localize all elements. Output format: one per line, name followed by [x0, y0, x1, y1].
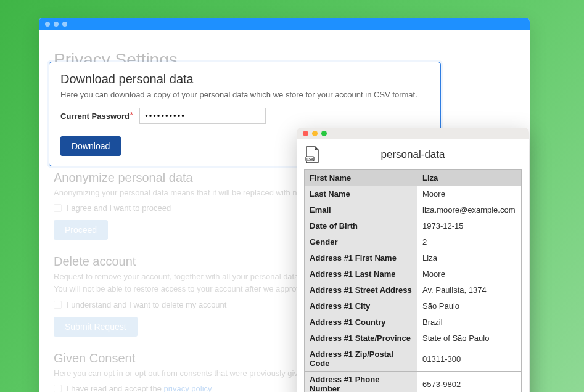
anonymize-check-label: I agree and I want to proceed [67, 203, 171, 213]
zoom-icon[interactable] [321, 131, 327, 136]
table-row: Address #1 State/ProvinceState of São Pa… [305, 330, 522, 346]
table-row: Gender2 [305, 234, 522, 250]
table-row: Address #1 Last NameMoore [305, 266, 522, 282]
csv-header: CSV personal-data [297, 139, 529, 169]
download-desc: Here you can download a copy of your per… [60, 90, 429, 99]
row-val: Av. Paulista, 1374 [417, 282, 522, 298]
row-key: Gender [305, 234, 417, 250]
consent-check1-pre: I have read and accept the [67, 384, 164, 392]
privacy-policy-link[interactable]: privacy policy [164, 384, 212, 392]
csv-filename: personal-data [381, 149, 445, 161]
table-row: Last NameMoore [305, 186, 522, 202]
consent-check1-text: I have read and accept the privacy polic… [67, 384, 212, 392]
anonymize-checkbox[interactable] [54, 204, 62, 212]
csv-table: First Name Liza Last NameMooreEmailliza.… [304, 169, 522, 392]
row-val: Moore [417, 266, 522, 282]
delete-checkbox[interactable] [54, 301, 62, 309]
row-key: Address #1 First Name [305, 250, 417, 266]
row-key: Address #1 Country [305, 314, 417, 330]
table-row: Address #1 First NameLiza [305, 250, 522, 266]
row-key: Address #1 City [305, 298, 417, 314]
window-control-dot[interactable] [45, 22, 50, 27]
close-icon[interactable] [303, 131, 308, 136]
delete-check-label: I understand and I want to delete my acc… [67, 300, 226, 309]
row-val: 1973-12-15 [417, 218, 522, 234]
row-key: Email [305, 202, 417, 218]
table-row: Address #1 CitySão Paulo [305, 298, 522, 314]
csv-titlebar [297, 128, 529, 139]
password-label-wrap: Current Password* [60, 110, 133, 121]
row-val: 2 [417, 234, 522, 250]
row-val: 6573-9802 [417, 372, 522, 393]
svg-text:CSV: CSV [306, 157, 313, 161]
row-key: Address #1 Street Address [305, 282, 417, 298]
row-val: State of São Paulo [417, 330, 522, 346]
proceed-button[interactable]: Proceed [54, 220, 108, 240]
row-key: Address #1 Phone Number [305, 372, 417, 393]
csv-window: CSV personal-data First Name Liza Last N… [297, 128, 529, 392]
header-key: First Name [305, 170, 417, 186]
minimize-icon[interactable] [312, 131, 318, 136]
csv-file-icon: CSV [305, 146, 320, 166]
row-key: Address #1 Last Name [305, 266, 417, 282]
header-val: Liza [417, 170, 522, 186]
table-row: Address #1 Street AddressAv. Paulista, 1… [305, 282, 522, 298]
submit-request-button[interactable]: Submit Request [54, 317, 138, 337]
table-row: Address #1 Phone Number6573-9802 [305, 372, 522, 393]
table-row: Address #1 CountryBrazil [305, 314, 522, 330]
row-key: Address #1 State/Province [305, 330, 417, 346]
window-titlebar [39, 18, 530, 30]
row-val: Liza [417, 250, 522, 266]
table-row: Date of Birth1973-12-15 [305, 218, 522, 234]
table-header-row: First Name Liza [305, 170, 522, 186]
row-val: 01311-300 [417, 346, 522, 372]
consent-checkbox-1[interactable] [54, 385, 62, 392]
table-row: Emailliza.moore@example.com [305, 202, 522, 218]
table-row: Address #1 Zip/Postal Code01311-300 [305, 346, 522, 372]
download-heading: Download personal data [60, 72, 429, 86]
row-val: liza.moore@example.com [417, 202, 522, 218]
row-key: Address #1 Zip/Postal Code [305, 346, 417, 372]
row-val: Moore [417, 186, 522, 202]
row-key: Date of Birth [305, 218, 417, 234]
row-key: Last Name [305, 186, 417, 202]
window-control-dot[interactable] [54, 22, 59, 27]
row-val: São Paulo [417, 298, 522, 314]
window-control-dot[interactable] [62, 22, 67, 27]
password-label: Current Password [60, 112, 130, 121]
required-asterisk: * [130, 110, 133, 121]
row-val: Brazil [417, 314, 522, 330]
download-button[interactable]: Download [60, 136, 121, 156]
password-input[interactable] [139, 108, 266, 124]
